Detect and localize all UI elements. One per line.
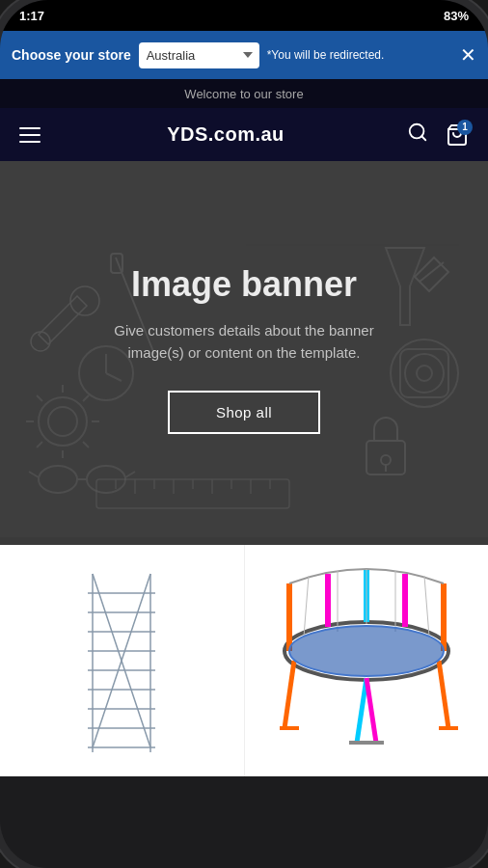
nav-bar: YDS.com.au 1: [0, 108, 488, 161]
products-divider: [0, 537, 488, 545]
svg-line-16: [83, 395, 89, 401]
svg-line-43: [420, 262, 444, 282]
time: 1:17: [19, 9, 44, 23]
cart-badge: 1: [457, 120, 473, 135]
shop-all-button[interactable]: Shop all: [168, 391, 320, 434]
svg-point-32: [381, 455, 391, 465]
svg-line-68: [285, 661, 294, 728]
redirect-text: *You will be redirected.: [267, 48, 448, 62]
store-banner: Choose your store Australia New Zealand …: [0, 31, 488, 79]
svg-point-8: [48, 407, 77, 436]
svg-line-1: [421, 136, 425, 140]
svg-line-63: [304, 576, 309, 637]
menu-button[interactable]: [15, 123, 44, 147]
image-banner: Image banner Give customers details abou…: [0, 161, 488, 537]
svg-line-38: [125, 472, 135, 477]
banner-subtitle: Give customers details about the banner …: [90, 320, 398, 364]
svg-point-7: [39, 397, 87, 446]
hamburger-line-1: [19, 127, 41, 129]
svg-line-71: [366, 678, 376, 743]
svg-line-69: [439, 661, 448, 728]
hamburger-line-2: [19, 134, 41, 136]
svg-line-37: [29, 472, 39, 477]
trampoline-image: [270, 564, 463, 757]
cart-button[interactable]: 1: [442, 120, 473, 150]
svg-point-34: [39, 466, 77, 493]
svg-line-14: [83, 442, 89, 448]
svg-rect-20: [400, 349, 448, 397]
store-banner-label: Choose your store: [12, 47, 131, 63]
welcome-text: Welcome to our store: [184, 87, 303, 101]
battery: 83%: [444, 9, 469, 23]
products-grid: [0, 545, 488, 776]
product-card-trampoline[interactable]: [245, 545, 489, 776]
store-select[interactable]: Australia New Zealand United Kingdom Uni…: [139, 42, 259, 68]
hamburger-line-3: [19, 141, 41, 143]
shelf-image: [78, 564, 165, 757]
svg-line-67: [424, 576, 429, 637]
phone-frame: 1:17 83% Choose your store Australia New…: [0, 0, 488, 868]
banner-title: Image banner: [90, 264, 398, 305]
notch: [186, 0, 302, 21]
svg-point-18: [405, 354, 444, 393]
status-bar: 1:17 83%: [0, 0, 488, 31]
svg-line-15: [37, 442, 42, 448]
welcome-bar: Welcome to our store: [0, 79, 488, 108]
close-banner-button[interactable]: ✕: [460, 45, 476, 65]
search-button[interactable]: [407, 122, 428, 148]
svg-line-70: [357, 678, 366, 743]
site-title: YDS.com.au: [167, 123, 285, 146]
banner-content: Image banner Give customers details abou…: [90, 264, 398, 434]
svg-line-13: [37, 395, 42, 401]
svg-point-19: [417, 366, 432, 381]
svg-point-4: [31, 332, 50, 351]
nav-icons: 1: [407, 120, 473, 150]
product-card-shelf[interactable]: [0, 545, 245, 776]
